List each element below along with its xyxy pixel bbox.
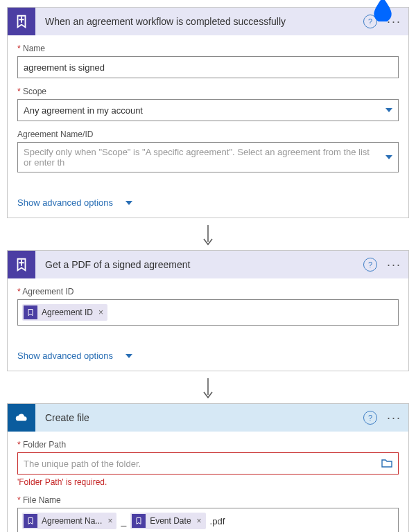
more-icon[interactable]: ···: [387, 258, 401, 271]
agreement-id-field: Agreement Name/ID Specify only when "Sco…: [17, 130, 399, 172]
flow-arrow: [7, 374, 409, 403]
remove-token-icon[interactable]: ×: [98, 308, 103, 317]
card-header[interactable]: When an agreement workflow is completed …: [8, 8, 408, 35]
help-icon[interactable]: ?: [363, 411, 377, 425]
name-input[interactable]: agreement is signed: [17, 56, 399, 78]
token-agreement-name[interactable]: Agreement Na... ×: [22, 513, 116, 529]
scope-field: Scope Any agreement in my account: [17, 87, 399, 121]
file-name-field: File Name Agreement Na... × _ Event Date…: [17, 495, 399, 532]
agreement-id-label: Agreement Name/ID: [17, 130, 399, 139]
chevron-down-icon: [125, 354, 132, 358]
flow-arrow: [7, 221, 409, 250]
chevron-down-icon: [385, 108, 392, 112]
file-name-label: File Name: [17, 495, 399, 505]
adobe-sign-icon: [24, 514, 37, 528]
folder-path-input[interactable]: The unique path of the folder.: [17, 452, 399, 475]
card-title: Create file: [35, 412, 363, 423]
more-icon[interactable]: ···: [387, 411, 401, 424]
adobe-sign-icon: [24, 305, 37, 319]
adobe-sign-icon: [132, 514, 146, 528]
droplet-icon: [370, 0, 396, 21]
folder-path-field: Folder Path The unique path of the folde…: [17, 440, 399, 487]
token-agreement-id[interactable]: Agreement ID ×: [22, 304, 107, 321]
show-advanced-link[interactable]: Show advanced options: [8, 344, 408, 371]
name-field: Name agreement is signed: [17, 44, 399, 78]
help-icon[interactable]: ?: [363, 258, 377, 272]
card-body: Folder Path The unique path of the folde…: [8, 432, 408, 532]
onedrive-icon: [8, 404, 35, 432]
folder-picker-icon[interactable]: [381, 458, 392, 470]
scope-select[interactable]: Any agreement in my account: [17, 99, 399, 121]
card-title: Get a PDF of a signed agreement: [35, 259, 363, 270]
file-extension-text: .pdf: [209, 516, 227, 526]
folder-path-error: 'Folder Path' is required.: [17, 477, 399, 487]
agreement-id-input[interactable]: Agreement ID ×: [17, 299, 399, 326]
file-name-input[interactable]: Agreement Na... × _ Event Date × .pdf: [17, 508, 399, 532]
create-file-card: Create file ? ··· Folder Path The unique…: [7, 403, 409, 532]
chevron-down-icon: [385, 155, 392, 159]
card-header[interactable]: Create file ? ···: [8, 404, 408, 432]
name-label: Name: [17, 44, 399, 53]
separator-text: _: [119, 515, 128, 526]
token-event-date[interactable]: Event Date ×: [130, 513, 205, 529]
card-title: When an agreement workflow is completed …: [35, 16, 363, 27]
folder-path-label: Folder Path: [17, 440, 399, 450]
card-body: Name agreement is signed Scope Any agree…: [8, 35, 408, 190]
chevron-down-icon: [125, 201, 132, 205]
agreement-id-select[interactable]: Specify only when "Scope" is "A specific…: [17, 142, 399, 172]
card-body: Agreement ID Agreement ID ×: [8, 278, 408, 344]
trigger-card: When an agreement workflow is completed …: [7, 7, 409, 218]
agreement-id-label: Agreement ID: [17, 287, 399, 296]
get-pdf-card: Get a PDF of a signed agreement ? ··· Ag…: [7, 250, 409, 371]
agreement-id-field: Agreement ID Agreement ID ×: [17, 287, 399, 326]
card-header[interactable]: Get a PDF of a signed agreement ? ···: [8, 251, 408, 278]
adobe-sign-icon: [8, 8, 35, 35]
remove-token-icon[interactable]: ×: [107, 516, 112, 526]
scope-label: Scope: [17, 87, 399, 96]
remove-token-icon[interactable]: ×: [197, 516, 202, 526]
adobe-sign-icon: [8, 251, 35, 278]
show-advanced-link[interactable]: Show advanced options: [8, 190, 408, 218]
